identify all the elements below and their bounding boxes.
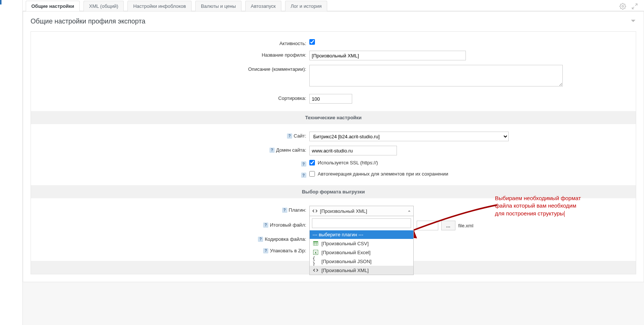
tab-log[interactable]: Лог и история <box>285 1 327 11</box>
braces-icon: { } <box>313 258 319 264</box>
checkbox-active[interactable] <box>309 39 315 45</box>
label-profile-name: Название профиля: <box>31 51 309 58</box>
plugin-selected: [Произвольный XML] <box>320 208 367 214</box>
select-site[interactable]: Битрикс24 [b24.acrit-studio.ru] <box>309 132 509 141</box>
label-plugin: Плагин: <box>289 207 306 213</box>
svg-text:X: X <box>315 251 317 255</box>
plugin-option-xml-label: [Произвольный XML] <box>322 268 369 273</box>
plugin-option-json[interactable]: { } [Произвольный JSON] <box>310 257 413 266</box>
panel-title: Общие настройки профиля экспорта <box>31 18 145 25</box>
svg-line-2 <box>632 7 634 9</box>
input-sort[interactable] <box>309 94 352 104</box>
plugin-option-excel-label: [Произвольный Excel] <box>322 250 371 255</box>
label-description: Описание (комментарии): <box>31 65 309 72</box>
svg-marker-4 <box>408 210 410 211</box>
help-icon[interactable] <box>258 237 263 242</box>
table-icon <box>313 240 319 246</box>
help-icon[interactable] <box>263 223 268 228</box>
svg-marker-3 <box>631 20 635 22</box>
code-icon <box>313 267 319 273</box>
caret-up-icon <box>407 208 411 214</box>
input-output-file[interactable] <box>417 221 438 230</box>
excel-icon: X <box>313 249 319 255</box>
svg-point-0 <box>622 6 624 7</box>
gear-icon[interactable] <box>619 3 626 11</box>
code-icon <box>312 208 318 214</box>
label-ssl: Используется SSL (https://) <box>318 160 378 165</box>
plugin-option-placeholder[interactable]: --- выберите плагин --- <box>310 230 413 239</box>
label-site: Сайт: <box>294 133 306 139</box>
plugin-option-json-label: [Произвольный JSON] <box>322 259 372 264</box>
help-icon[interactable] <box>269 148 275 153</box>
plugin-option-csv[interactable]: [Произвольный CSV] <box>310 239 413 248</box>
plugin-dropdown-panel: --- выберите плагин --- [Произвольный CS… <box>309 216 414 275</box>
tab-general[interactable]: Общие настройки <box>26 1 80 11</box>
input-profile-name[interactable] <box>309 51 466 60</box>
plugin-option-csv-label: [Произвольный CSV] <box>322 241 369 246</box>
label-autogen: Автогенерация данных для элементов при и… <box>318 171 448 177</box>
tab-xml[interactable]: XML (общий) <box>83 1 124 11</box>
label-zip: Упаковать в Zip: <box>270 248 306 253</box>
plugin-search-input[interactable] <box>312 218 411 228</box>
tab-autorun[interactable]: Автозапуск <box>245 1 281 11</box>
label-site-domain: Домен сайта: <box>276 147 306 153</box>
checkbox-ssl[interactable] <box>309 160 315 165</box>
output-file-name: file.xml <box>458 223 473 228</box>
tabs-bar: Общие настройки XML (общий) Настройки ин… <box>23 0 644 11</box>
help-icon[interactable] <box>301 161 306 167</box>
label-output-file: Итоговый файл: <box>270 222 306 228</box>
svg-rect-6 <box>313 242 318 243</box>
plugin-option-excel[interactable]: X [Произвольный Excel] <box>310 248 413 257</box>
help-icon[interactable] <box>263 248 268 253</box>
textarea-description[interactable] <box>309 65 563 86</box>
browse-button[interactable]: ... <box>441 221 455 230</box>
input-site-domain[interactable] <box>309 146 397 155</box>
plugin-combobox[interactable]: [Произвольный XML] <box>309 206 414 216</box>
checkbox-autogen[interactable] <box>309 171 315 177</box>
chevron-down-icon[interactable] <box>630 18 636 25</box>
left-rail <box>0 0 23 325</box>
label-active: Активность: <box>31 39 309 46</box>
section-tech: Технические настройки <box>31 111 636 124</box>
plugin-option-xml[interactable]: [Произвольный XML] <box>310 266 413 275</box>
expand-icon[interactable] <box>631 3 638 11</box>
label-encoding: Кодировка файла: <box>265 236 306 242</box>
help-icon[interactable] <box>287 133 292 139</box>
label-sort: Сортировка: <box>31 94 309 101</box>
tab-currency[interactable]: Валюты и цены <box>195 1 242 11</box>
svg-line-1 <box>635 4 637 6</box>
help-icon[interactable] <box>282 208 287 213</box>
annotation-text: Выбираем необходимый формат файла которы… <box>495 195 607 217</box>
tab-iblock[interactable]: Настройки инфоблоков <box>127 1 192 11</box>
help-icon[interactable] <box>301 173 306 178</box>
